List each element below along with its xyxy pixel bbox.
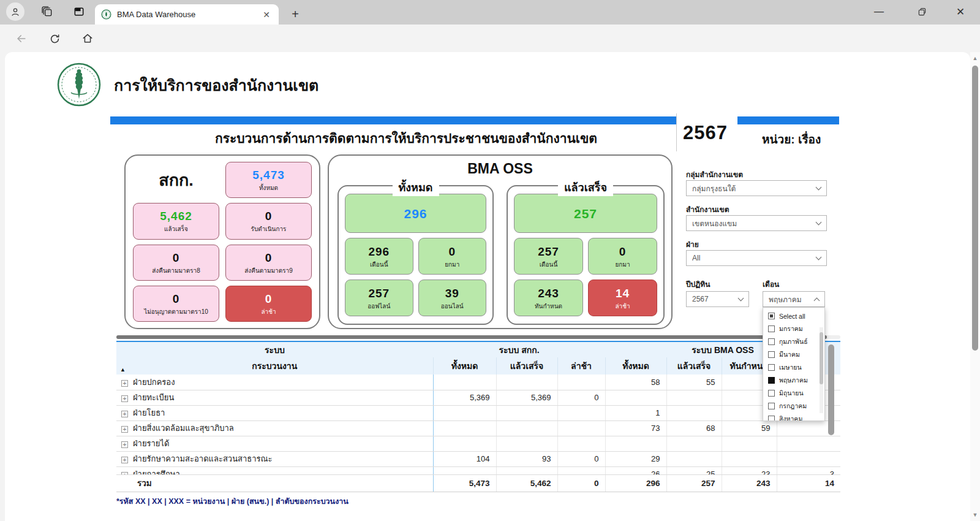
stat-card: 0ส่งคืนตามมาตรา8	[133, 245, 219, 281]
browser-tab[interactable]: BMA Data Warehouse ✕	[95, 4, 279, 25]
checkbox-unchecked[interactable]	[768, 325, 775, 332]
tab-title: BMA Data Warehouse	[117, 10, 260, 19]
workspaces-button[interactable]	[38, 2, 56, 21]
column-header[interactable]: ทั้งหมด	[433, 357, 496, 375]
window-close-button[interactable]: ✕	[946, 0, 974, 23]
home-icon	[81, 32, 94, 45]
stat-card: 296	[345, 194, 486, 233]
back-button[interactable]	[12, 29, 31, 48]
window-minimize-button[interactable]: —	[865, 0, 893, 23]
filter-label-month: เดือน	[763, 278, 779, 290]
column-header[interactable]: ทั้งหมด	[605, 357, 666, 375]
tab-actions-button[interactable]	[70, 2, 88, 21]
back-arrow-icon	[15, 32, 28, 45]
dropdown-option-month[interactable]: เมษายน	[763, 361, 824, 374]
stat-card: 5,473ทั้งหมด	[225, 162, 312, 198]
profile-button[interactable]	[6, 2, 24, 21]
dropdown-scrollbar[interactable]	[820, 327, 823, 413]
stat-card: 257เดือนนี้	[514, 238, 583, 275]
expand-icon[interactable]: +	[121, 441, 128, 448]
new-tab-button[interactable]: +	[287, 6, 304, 23]
scroll-down-arrow[interactable]: ▼	[970, 510, 980, 520]
bma-oss-panel: BMA OSS ทั้งหมด 296 296เดือนนี้ 0ยกมา 25…	[328, 154, 673, 329]
expand-icon[interactable]: +	[121, 457, 128, 463]
dropdown-option-month[interactable]: พฤษภาคม	[763, 374, 824, 387]
stat-card: 39ออนไลน์	[418, 280, 487, 316]
table-row-clipped[interactable]: +ฝ่ายการศึกษา 2625233	[116, 466, 840, 474]
sort-ascending-icon[interactable]: ▲	[120, 367, 126, 373]
dashboard-title: กระบวนการด้านการติดตามการให้บริการประชาช…	[152, 128, 660, 148]
district-group-select[interactable]: กลุ่มกรุงธนใต้	[686, 180, 827, 196]
workspaces-icon	[41, 6, 53, 18]
expand-icon[interactable]: +	[121, 472, 128, 474]
expand-icon[interactable]: +	[121, 395, 128, 402]
bma-seal-logo	[56, 62, 102, 107]
filter-label-year: ปีปฏิทิน	[686, 278, 710, 290]
stat-card: 257	[514, 194, 657, 233]
month-select[interactable]: พฤษภาคม	[763, 291, 825, 307]
unit-label: หน่วย: เรื่อง	[762, 130, 821, 148]
chevron-down-icon	[816, 184, 822, 191]
browser-window: BMA Data Warehouse ✕ + — ✕ https://dw-we…	[0, 0, 980, 521]
checkbox-unchecked[interactable]	[768, 338, 775, 345]
table-row[interactable]: +ฝ่ายทะเบียน 5,3695,3690	[116, 390, 840, 405]
scrollbar-thumb[interactable]	[972, 66, 978, 351]
year-select[interactable]: 2567	[686, 291, 749, 307]
stat-card: 0ไม่อนุญาตตามมาตรา10	[133, 286, 219, 322]
sakok-panel: สกก. 5,473ทั้งหมด 5,462แล้วเสร็จ 0รับดำเ…	[124, 154, 320, 329]
checkbox-checked[interactable]	[768, 377, 775, 384]
checkbox-unchecked[interactable]	[768, 364, 775, 371]
stat-card-late: 0ล่าช้า	[225, 286, 312, 322]
home-button[interactable]	[78, 29, 97, 48]
stat-card: 0ยกมา	[588, 238, 657, 275]
group-header[interactable]: ระบบ สกก.	[433, 341, 605, 357]
table-horizontal-scrollbar[interactable]	[116, 335, 840, 339]
expand-icon[interactable]: +	[121, 426, 128, 433]
checkbox-unchecked[interactable]	[768, 403, 775, 409]
scroll-up-arrow[interactable]: ▲	[970, 53, 980, 63]
column-header[interactable]: กระบวนงาน	[116, 357, 433, 375]
column-header[interactable]: แล้วเสร็จ	[496, 357, 557, 375]
filter-label-group: กลุ่มสำนักงานเขต	[686, 169, 743, 180]
expand-icon[interactable]: +	[121, 380, 128, 387]
table-row[interactable]: +ฝ่ายรายได้	[116, 436, 840, 451]
dropdown-option-month[interactable]: สิงหาคม	[763, 413, 824, 421]
table-row[interactable]: +ฝ่ายปกครอง 5855	[116, 375, 840, 390]
chevron-down-icon	[816, 254, 822, 260]
person-icon	[10, 6, 21, 17]
tab-close-icon[interactable]: ✕	[260, 10, 273, 20]
checkbox-unchecked[interactable]	[768, 416, 775, 421]
page-scrollbar[interactable]: ▲ ▼	[970, 52, 980, 521]
stat-card: 0ยกมา	[418, 238, 487, 275]
sakok-title: สกก.	[133, 162, 219, 198]
district-select[interactable]: เขตหนองแขม	[686, 215, 827, 231]
dropdown-option-month[interactable]: มกราคม	[763, 322, 824, 335]
expand-icon[interactable]: +	[121, 411, 128, 417]
dropdown-option-month[interactable]: มิถุนายน	[763, 387, 824, 400]
checkbox-unchecked[interactable]	[768, 390, 775, 397]
table-row[interactable]: +ฝ่ายรักษาความสะอาดและสวนสาธารณะ 1049302…	[116, 451, 840, 466]
tab-bar: BMA Data Warehouse ✕ + — ✕	[0, 0, 980, 25]
dropdown-option-month[interactable]: มีนาคม	[763, 348, 824, 361]
window-restore-button[interactable]	[908, 0, 936, 23]
table-vertical-scrollbar[interactable]	[828, 344, 834, 436]
browser-toolbar: https://dw-web.bangkok.go.th/PublicServi…	[0, 25, 980, 52]
column-header[interactable]: แล้วเสร็จ	[666, 357, 722, 375]
division-select[interactable]: All	[686, 250, 827, 266]
dropdown-option-month[interactable]: กรกฎาคม	[763, 400, 824, 413]
refresh-button[interactable]	[45, 29, 64, 48]
column-header[interactable]: ล่าช้า	[557, 357, 605, 375]
year-value: 2567	[683, 122, 728, 144]
dropdown-option-month[interactable]: กุมภาพันธ์	[763, 335, 824, 348]
table-row[interactable]: +ฝ่ายสิ่งแวดล้อมและสุขาภิบาล 7368599	[116, 420, 840, 436]
site-favicon	[101, 9, 111, 20]
checkbox-unchecked[interactable]	[768, 351, 775, 358]
group-header[interactable]: ระบบ	[116, 341, 433, 357]
table-row[interactable]: +ฝ่ายโยธา 1	[116, 405, 840, 420]
checkbox-indeterminate[interactable]	[768, 313, 775, 319]
dropdown-option-select-all[interactable]: Select all	[763, 310, 824, 322]
process-table: ระบบ ระบบ สกก. ระบบ BMA OSS กระบวนงาน ทั…	[116, 341, 840, 492]
stat-card-late: 14ล่าช้า	[588, 280, 657, 316]
stat-card: 243ทันกำหนด	[514, 280, 583, 316]
stat-card: 5,462แล้วเสร็จ	[133, 203, 219, 239]
